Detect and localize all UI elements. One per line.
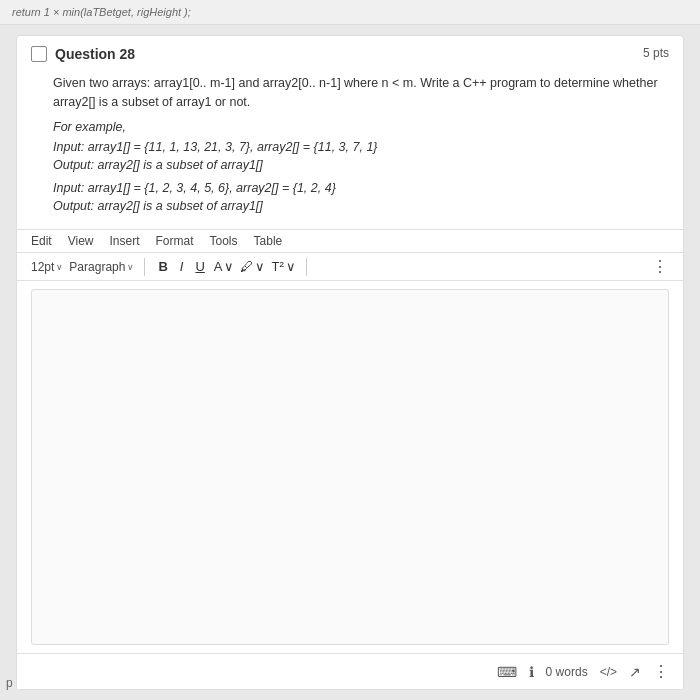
formatting-bar: 12pt ∨ Paragraph ∨ B I U A ∨ 🖊 ∨ T² ∨ — [17, 252, 683, 281]
underline-button[interactable]: U — [192, 258, 207, 275]
menu-insert[interactable]: Insert — [109, 234, 139, 248]
superscript-chevron: ∨ — [286, 259, 296, 274]
menu-edit[interactable]: Edit — [31, 234, 52, 248]
p-label: p — [6, 676, 13, 690]
example1-output: Output: array2[] is a subset of array1[] — [53, 157, 669, 175]
highlight-chevron: ∨ — [255, 259, 265, 274]
question-pts: 5 pts — [643, 46, 669, 60]
italic-button[interactable]: I — [177, 258, 187, 275]
more-formatting-button[interactable]: ⋮ — [652, 257, 669, 276]
superscript-label: T² — [271, 259, 283, 274]
font-size-label: 12pt — [31, 260, 54, 274]
highlight-icon: 🖊 — [240, 259, 253, 274]
question-header: Question 28 5 pts — [17, 36, 683, 68]
superscript-group[interactable]: T² ∨ — [271, 259, 295, 274]
question-checkbox[interactable] — [31, 46, 47, 62]
font-size-chevron: ∨ — [56, 262, 63, 272]
expand-button[interactable]: ↗ — [629, 664, 641, 680]
example2-input: Input: array1[] = {1, 2, 3, 4, 5, 6}, ar… — [53, 180, 669, 198]
paragraph-label: Paragraph — [69, 260, 125, 274]
code-view-button[interactable]: </> — [600, 665, 617, 679]
font-size-selector[interactable]: 12pt ∨ — [31, 260, 63, 274]
question-body: Given two arrays: array1[0.. m-1] and ar… — [17, 68, 683, 229]
divider2 — [306, 258, 307, 276]
top-code-text: return 1 × min(laTBetget, rigHeight ); — [12, 6, 191, 18]
question-header-left: Question 28 — [31, 46, 135, 62]
menu-tools[interactable]: Tools — [210, 234, 238, 248]
status-bar: ⌨ ℹ 0 words </> ↗ ⋮ — [17, 653, 683, 689]
paragraph-selector[interactable]: Paragraph ∨ — [69, 260, 134, 274]
top-code-bar: return 1 × min(laTBetget, rigHeight ); — [0, 0, 700, 25]
answer-editor[interactable] — [31, 289, 669, 645]
menu-view[interactable]: View — [68, 234, 94, 248]
example2-output: Output: array2[] is a subset of array1[] — [53, 198, 669, 216]
font-color-group[interactable]: A ∨ — [214, 259, 235, 274]
paragraph-chevron: ∨ — [127, 262, 134, 272]
divider1 — [144, 258, 145, 276]
for-example-label: For example, — [53, 118, 669, 137]
question-title: Question 28 — [55, 46, 135, 62]
menu-format[interactable]: Format — [156, 234, 194, 248]
main-content: Question 28 5 pts Given two arrays: arra… — [0, 25, 700, 700]
example1-input: Input: array1[] = {11, 1, 13, 21, 3, 7},… — [53, 139, 669, 157]
info-icon[interactable]: ℹ — [529, 664, 534, 680]
word-count: 0 words — [546, 665, 588, 679]
font-color-chevron: ∨ — [224, 259, 234, 274]
font-color-label: A — [214, 259, 223, 274]
question-card: Question 28 5 pts Given two arrays: arra… — [16, 35, 684, 690]
editor-menu-bar: Edit View Insert Format Tools Table — [17, 229, 683, 252]
keyboard-icon[interactable]: ⌨ — [497, 664, 517, 680]
question-description: Given two arrays: array1[0.. m-1] and ar… — [53, 74, 669, 112]
example1-block: Input: array1[] = {11, 1, 13, 21, 3, 7},… — [53, 139, 669, 174]
example2-block: Input: array1[] = {1, 2, 3, 4, 5, 6}, ar… — [53, 180, 669, 215]
bold-button[interactable]: B — [155, 258, 170, 275]
menu-table[interactable]: Table — [254, 234, 283, 248]
more-options-button[interactable]: ⋮ — [653, 662, 669, 681]
highlight-color-group[interactable]: 🖊 ∨ — [240, 259, 265, 274]
